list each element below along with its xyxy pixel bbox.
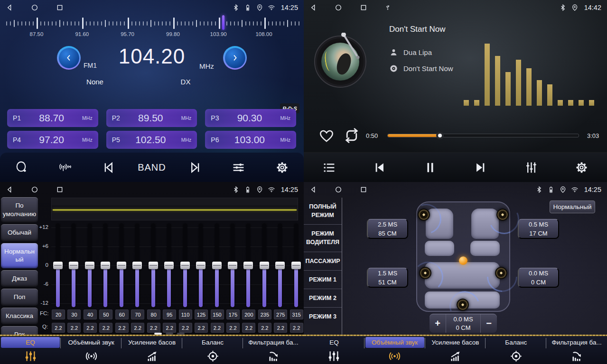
back-icon[interactable] <box>309 4 317 11</box>
fc-value-box[interactable]: 150 <box>211 309 224 319</box>
tune-up-button[interactable] <box>223 46 247 70</box>
gear-icon[interactable] <box>267 156 297 178</box>
fc-value-box[interactable]: 80 <box>147 309 160 319</box>
next-icon[interactable] <box>180 156 210 178</box>
tab-balance[interactable]: Баланс <box>486 336 546 364</box>
fc-value-box[interactable]: 20 <box>52 309 65 319</box>
eq-slider-thumb[interactable] <box>117 262 126 269</box>
pause-icon[interactable] <box>415 156 445 178</box>
back-icon[interactable] <box>6 4 13 11</box>
album-art[interactable] <box>314 36 366 88</box>
fc-value-box[interactable]: 175 <box>226 309 240 319</box>
playlist-icon[interactable] <box>314 156 344 178</box>
mixer-icon[interactable] <box>516 156 546 178</box>
preset-button-p6[interactable]: P6103.00MHz <box>205 131 296 149</box>
home-icon[interactable] <box>335 186 342 193</box>
gear-icon[interactable] <box>567 156 597 178</box>
eq-preset-item[interactable]: Обычай <box>1 224 38 241</box>
delay-front-left[interactable]: 2.5 MS 85 CM <box>367 219 408 239</box>
tab-eq[interactable]: EQ <box>0 336 61 364</box>
eq-preset-item[interactable]: Джаз <box>1 270 38 287</box>
sound-mode-item[interactable]: РЕЖИМ 1 <box>304 271 342 289</box>
seek-bar[interactable] <box>387 134 579 137</box>
sound-preset-button[interactable]: Нормальный <box>550 200 595 213</box>
sound-mode-item[interactable]: ПОЛНЫЙ РЕЖИМ <box>304 198 342 225</box>
tab-surround[interactable]: Объёмный звук <box>61 336 121 364</box>
fc-value-box[interactable]: 275 <box>274 309 287 319</box>
preset-button-p3[interactable]: P390.30MHz <box>205 109 296 127</box>
fc-value-box[interactable]: 70 <box>131 309 144 319</box>
q-value-box[interactable]: 2.2 <box>99 323 112 333</box>
eq-slider-thumb[interactable] <box>164 262 174 269</box>
sound-mode-item[interactable]: РЕЖИМ 2 <box>304 289 342 308</box>
q-value-box[interactable]: 2.2 <box>67 323 81 333</box>
previous-icon[interactable] <box>94 156 123 178</box>
q-value-box[interactable]: 2.2 <box>52 323 65 333</box>
eq-preset-item[interactable]: Классика <box>1 308 38 325</box>
delay-rear-right[interactable]: 0.0 MS 0 CM <box>518 268 559 288</box>
home-icon[interactable] <box>335 4 342 11</box>
q-value-box[interactable]: 2.2 <box>115 323 129 333</box>
q-value-box[interactable]: 2.2 <box>211 323 224 333</box>
eq-slider-thumb[interactable] <box>69 262 78 269</box>
q-value-box[interactable]: 2.2 <box>290 323 303 333</box>
tune-down-button[interactable] <box>57 46 81 70</box>
previous-icon[interactable] <box>365 156 394 178</box>
eq-slider-thumb[interactable] <box>243 262 253 269</box>
eq-preset-item[interactable]: По умолчанию <box>1 197 38 222</box>
fc-value-box[interactable]: 30 <box>67 309 81 319</box>
next-icon[interactable] <box>466 156 495 178</box>
eq-slider-thumb[interactable] <box>180 262 190 269</box>
tab-bass-boost[interactable]: Усиление басов <box>121 336 182 364</box>
sound-mode-item[interactable]: РЕЖИМ 3 <box>304 308 342 326</box>
tab-balance[interactable]: Баланс <box>182 336 243 364</box>
seek-bar-thumb[interactable] <box>436 132 444 139</box>
delay-rear-left[interactable]: 1.5 MS 51 CM <box>367 268 408 288</box>
eq-preset-item[interactable]: Поп <box>1 289 38 306</box>
listening-position-marker[interactable] <box>459 256 467 265</box>
q-value-box[interactable]: 2.2 <box>195 323 208 333</box>
recents-icon[interactable] <box>360 186 367 193</box>
preset-button-p1[interactable]: P188.70MHz <box>7 109 98 127</box>
fc-value-box[interactable]: 40 <box>84 309 97 319</box>
eq-slider-thumb[interactable] <box>228 262 237 269</box>
preset-button-p4[interactable]: P497.20MHz <box>7 131 98 149</box>
tab-eq[interactable]: EQ <box>304 336 364 364</box>
tuner-indicator[interactable] <box>222 15 224 30</box>
broadcast-icon[interactable] <box>50 156 80 178</box>
fc-value-box[interactable]: 60 <box>115 309 129 319</box>
eq-slider-thumb[interactable] <box>149 262 158 269</box>
eq-slider-thumb[interactable] <box>196 262 205 269</box>
speaker-rear-right-icon[interactable] <box>495 267 507 279</box>
recents-icon[interactable] <box>56 186 64 193</box>
eq-slider-thumb[interactable] <box>212 262 222 269</box>
tab-filter[interactable]: Фильтрация ба... <box>243 336 304 364</box>
eq-slider-thumb[interactable] <box>85 262 94 269</box>
q-value-box[interactable]: 2.2 <box>242 323 255 333</box>
tuner-scale[interactable] <box>0 17 304 30</box>
back-icon[interactable] <box>309 186 317 193</box>
sound-mode-item[interactable]: ПАССАЖИР <box>304 252 342 271</box>
repeat-icon[interactable] <box>343 127 360 144</box>
fc-value-box[interactable]: 110 <box>179 309 192 319</box>
q-value-box[interactable]: 2.2 <box>131 323 144 333</box>
delay-front-right[interactable]: 0.5 MS 17 CM <box>518 219 559 239</box>
preset-button-p2[interactable]: P289.50MHz <box>106 109 197 127</box>
fc-value-box[interactable]: 125 <box>195 309 208 319</box>
eq-slider-thumb[interactable] <box>53 262 63 269</box>
speaker-center-icon[interactable] <box>457 299 469 311</box>
tab-surround[interactable]: Объёмный звук <box>364 336 425 364</box>
q-value-box[interactable]: 2.2 <box>147 323 160 333</box>
favorite-heart-icon[interactable] <box>318 127 335 144</box>
band-button[interactable]: BAND <box>137 156 167 178</box>
speaker-front-right-icon[interactable] <box>496 209 509 221</box>
recents-icon[interactable] <box>360 4 367 11</box>
eq-slider-thumb[interactable] <box>275 262 285 269</box>
tab-bass-boost[interactable]: Усиление басов <box>425 336 486 364</box>
preset-button-p5[interactable]: P5102.50MHz <box>106 131 197 149</box>
delay-plus-button[interactable]: + <box>430 314 446 333</box>
home-icon[interactable] <box>31 4 38 11</box>
q-value-box[interactable]: 2.2 <box>274 323 287 333</box>
fc-value-box[interactable]: 50 <box>99 309 112 319</box>
fc-value-box[interactable]: 235 <box>258 309 271 319</box>
